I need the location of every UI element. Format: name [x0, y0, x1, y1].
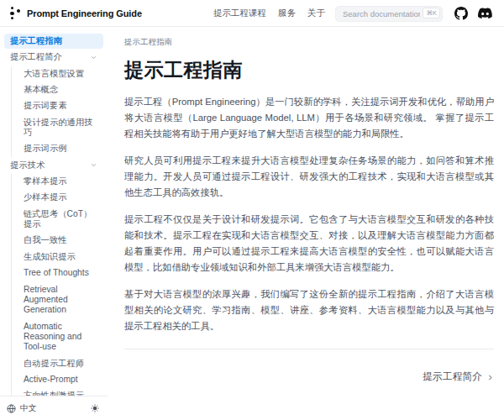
- home-logo-link[interactable]: Prompt Engineering Guide: [8, 6, 142, 20]
- header-nav-link-2[interactable]: 关于: [307, 8, 325, 19]
- discord-icon: [478, 8, 492, 18]
- main-content: 提示工程指南 提示工程指南 提示工程（Prompt Engineering）是一…: [108, 27, 504, 420]
- sidebar-item-4[interactable]: 提示词要素: [18, 98, 103, 113]
- next-page-link[interactable]: 提示工程简介: [423, 370, 494, 384]
- header-nav: 提示工程课程服务关于: [213, 8, 325, 19]
- sidebar-folder-label: 提示工程简介: [10, 52, 62, 62]
- sidebar-item-3[interactable]: 基本概念: [18, 82, 103, 97]
- content-divider: [124, 349, 494, 349]
- theme-toggle[interactable]: [91, 404, 99, 412]
- breadcrumb: 提示工程指南: [124, 37, 494, 48]
- paragraph-0: 提示工程（Prompt Engineering）是一门较新的学科，关注提示词开发…: [124, 94, 494, 142]
- sidebar: 提示工程指南提示工程简介大语言模型设置基本概念提示词要素设计提示的通用技巧提示词…: [0, 27, 108, 420]
- dair-logo-icon: [8, 6, 21, 20]
- github-icon: [454, 7, 468, 20]
- globe-icon: [7, 404, 16, 413]
- article-body: 提示工程（Prompt Engineering）是一门较新的学科，关注提示词开发…: [124, 94, 494, 334]
- sidebar-item-15[interactable]: Automatic Reasoning and Tool-use: [18, 319, 103, 355]
- paragraph-3: 基于对大语言模型的浓厚兴趣，我们编写了这份全新的提示工程指南，介绍了大语言模型相…: [124, 286, 494, 334]
- sidebar-item-5[interactable]: 设计提示的通用技巧: [18, 115, 103, 141]
- sidebar-item-6[interactable]: 提示词示例: [18, 141, 103, 156]
- sidebar-item-0[interactable]: 提示工程指南: [4, 34, 103, 49]
- header-nav-link-1[interactable]: 服务: [278, 8, 296, 19]
- sidebar-folder-7[interactable]: 提示技术: [4, 158, 103, 173]
- chevron-down-icon: [90, 54, 97, 61]
- page-navigation: 提示工程简介: [124, 370, 494, 384]
- sidebar-footer: 中文: [0, 396, 108, 420]
- sidebar-group-2: 零样本提示少样本提示链式思考（CoT）提示自我一致性生成知识提示Tree of …: [11, 174, 103, 396]
- sidebar-folder-label: 提示技术: [10, 160, 45, 171]
- sidebar-item-14[interactable]: Retrieval Augmented Generation: [18, 282, 103, 318]
- page-title: 提示工程指南: [124, 57, 494, 83]
- paragraph-1: 研究人员可利用提示工程来提升大语言模型处理复杂任务场景的能力，如问答和算术推理能…: [124, 153, 494, 201]
- sidebar-item-16[interactable]: 自动提示工程师: [18, 356, 103, 371]
- sidebar-nav: 提示工程指南提示工程简介大语言模型设置基本概念提示词要素设计提示的通用技巧提示词…: [0, 27, 108, 396]
- discord-link[interactable]: [476, 5, 493, 22]
- header: Prompt Engineering Guide 提示工程课程服务关于 ⌘K: [0, 0, 504, 27]
- search-shortcut-badge: ⌘K: [423, 8, 440, 18]
- sidebar-item-9[interactable]: 少样本提示: [18, 190, 103, 205]
- sidebar-item-10[interactable]: 链式思考（CoT）提示: [18, 207, 103, 233]
- sidebar-item-12[interactable]: 生成知识提示: [18, 249, 103, 265]
- sun-icon: [91, 404, 99, 412]
- logo-text: Prompt Engineering Guide: [27, 8, 142, 18]
- search-box: ⌘K: [335, 5, 443, 21]
- header-nav-link-0[interactable]: 提示工程课程: [213, 8, 266, 19]
- sidebar-item-13[interactable]: Tree of Thoughts: [18, 265, 103, 281]
- sidebar-group-1: 大语言模型设置基本概念提示词要素设计提示的通用技巧提示词示例: [11, 66, 103, 157]
- paragraph-2: 提示工程不仅仅是关于设计和研发提示词。它包含了与大语言模型交互和研发的各种技能和…: [124, 212, 494, 276]
- language-label: 中文: [20, 403, 37, 414]
- chevron-down-icon: [90, 161, 97, 169]
- sidebar-item-17[interactable]: Active-Prompt: [18, 372, 103, 387]
- sidebar-item-8[interactable]: 零样本提示: [18, 174, 103, 189]
- sidebar-folder-1[interactable]: 提示工程简介: [4, 50, 103, 65]
- sidebar-item-18[interactable]: 方向性刺激提示: [18, 388, 103, 396]
- sidebar-item-11[interactable]: 自我一致性: [18, 233, 103, 248]
- chevron-right-icon: [486, 373, 494, 381]
- language-switcher[interactable]: 中文: [7, 403, 37, 414]
- sidebar-item-2[interactable]: 大语言模型设置: [18, 66, 103, 81]
- next-page-label: 提示工程简介: [423, 370, 482, 384]
- github-link[interactable]: [453, 5, 470, 22]
